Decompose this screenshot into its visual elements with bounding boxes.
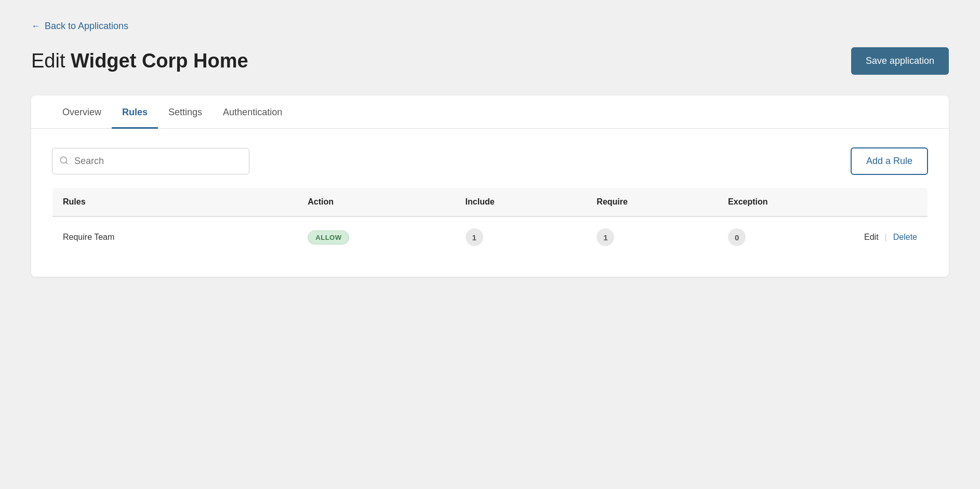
column-header-require: Require: [586, 188, 718, 217]
actions-divider: |: [885, 233, 887, 242]
search-action-row: Add a Rule: [52, 147, 928, 175]
table-header-row: Rules Action Include Require Exception: [52, 188, 928, 217]
page-title-prefix: Edit: [31, 50, 71, 72]
tab-content: Add a Rule Rules Action Include Require …: [31, 129, 949, 277]
tabs-bar: Overview Rules Settings Authentication: [31, 96, 949, 129]
column-header-rules: Rules: [52, 188, 298, 217]
edit-rule-link[interactable]: Edit: [864, 233, 879, 242]
main-card: Overview Rules Settings Authentication: [31, 96, 949, 277]
tab-overview[interactable]: Overview: [52, 96, 112, 129]
column-header-include: Include: [455, 188, 587, 217]
rules-table: Rules Action Include Require Exception R…: [52, 187, 928, 258]
tab-rules[interactable]: Rules: [112, 96, 158, 129]
search-wrapper: [52, 148, 249, 174]
search-input[interactable]: [52, 148, 249, 174]
row-actions-cell: Edit | Delete: [849, 216, 928, 258]
row-include: 1: [455, 216, 587, 258]
page-title: Edit Widget Corp Home: [31, 50, 248, 72]
column-header-action: Action: [297, 188, 455, 217]
back-link-label: Back to Applications: [45, 21, 128, 32]
require-count: 1: [597, 228, 614, 246]
include-count: 1: [466, 228, 483, 246]
search-icon: [59, 156, 69, 167]
row-actions: Edit | Delete: [859, 233, 917, 242]
exception-count: 0: [728, 228, 746, 246]
page-container: ← Back to Applications Edit Widget Corp …: [0, 0, 980, 489]
app-name: Widget Corp Home: [71, 50, 248, 72]
row-require: 1: [586, 216, 718, 258]
delete-rule-link[interactable]: Delete: [893, 233, 917, 242]
row-action: ALLOW: [297, 216, 455, 258]
row-exception: 0: [718, 216, 849, 258]
add-rule-button[interactable]: Add a Rule: [851, 147, 928, 175]
column-header-row-actions: [849, 188, 928, 217]
svg-line-1: [65, 162, 67, 164]
back-arrow-icon: ←: [31, 21, 41, 32]
column-header-exception: Exception: [718, 188, 849, 217]
save-application-button[interactable]: Save application: [851, 47, 949, 75]
action-badge: ALLOW: [308, 230, 349, 244]
table-row: Require Team ALLOW 1 1 0 Edit | Delete: [52, 216, 928, 258]
back-to-applications-link[interactable]: ← Back to Applications: [31, 21, 128, 32]
tab-authentication[interactable]: Authentication: [213, 96, 293, 129]
row-rule-name: Require Team: [52, 216, 298, 258]
header-row: Edit Widget Corp Home Save application: [31, 47, 949, 75]
tab-settings[interactable]: Settings: [158, 96, 213, 129]
